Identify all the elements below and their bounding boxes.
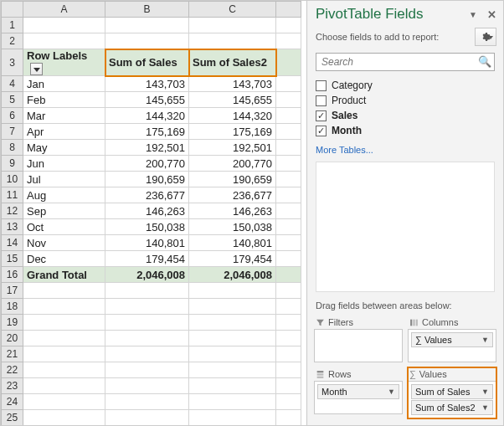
row-header[interactable]: 18 — [2, 299, 23, 315]
pivot-value[interactable]: 145,655 — [189, 92, 276, 108]
row-header[interactable]: 15 — [2, 251, 23, 267]
field-list-empty-area[interactable] — [316, 162, 495, 292]
field-category[interactable]: Category — [316, 78, 495, 93]
pivot-row-label[interactable]: Sep — [23, 203, 105, 219]
pivot-row-labels-header[interactable]: Row Labels — [23, 49, 105, 76]
pivot-value[interactable]: 200,770 — [189, 156, 276, 172]
pivot-value[interactable]: 143,703 — [189, 76, 276, 92]
grand-total-v1[interactable]: 2,046,008 — [105, 267, 189, 283]
values-chip[interactable]: Sum of Sales2▼ — [411, 400, 493, 415]
pivot-value[interactable]: 150,038 — [105, 219, 189, 235]
values-dropzone[interactable]: Sum of Sales▼Sum of Sales2▼ — [408, 381, 496, 418]
row-header[interactable]: 17 — [2, 283, 23, 299]
spreadsheet-area[interactable]: A B C 1 2 3 Row Labels Sum of Sales Sum … — [1, 1, 306, 425]
field-product[interactable]: Product — [316, 93, 495, 108]
pivot-row-label[interactable]: Jun — [23, 156, 105, 172]
row-header[interactable]: 24 — [2, 394, 23, 410]
pivot-value[interactable]: 150,038 — [189, 219, 276, 235]
close-icon[interactable]: ✕ — [487, 8, 496, 21]
rows-chip[interactable]: Month▼ — [317, 384, 399, 399]
pivot-col-header-2[interactable]: Sum of Sales2 — [189, 49, 276, 76]
row-header[interactable]: 5 — [2, 92, 23, 108]
pivot-value[interactable]: 144,320 — [105, 108, 189, 124]
pivot-row-label[interactable]: Feb — [23, 92, 105, 108]
col-header-C[interactable]: C — [189, 2, 276, 18]
row-header[interactable]: 12 — [2, 203, 23, 219]
row-header[interactable]: 23 — [2, 378, 23, 394]
columns-chip[interactable]: ∑ Values▼ — [411, 332, 493, 347]
row-header[interactable]: 2 — [2, 33, 23, 49]
pivot-value[interactable]: 236,677 — [189, 187, 276, 203]
col-header-B[interactable]: B — [105, 2, 189, 18]
pivot-value[interactable]: 192,501 — [189, 140, 276, 156]
chevron-down-icon[interactable]: ▼ — [481, 403, 489, 412]
chevron-down-icon[interactable]: ▼ — [388, 388, 395, 396]
search-input[interactable] — [316, 53, 495, 71]
row-header[interactable]: 22 — [2, 362, 23, 378]
pivot-col-header-1[interactable]: Sum of Sales — [105, 49, 189, 76]
pivot-value[interactable]: 192,501 — [105, 140, 189, 156]
pivot-row-label[interactable]: May — [23, 140, 105, 156]
pivot-value[interactable]: 175,169 — [189, 124, 276, 140]
row-header[interactable]: 3 — [2, 49, 23, 76]
pivot-value[interactable]: 140,801 — [105, 235, 189, 251]
row-labels-dropdown-icon[interactable] — [30, 63, 43, 75]
field-sales[interactable]: Sales — [316, 108, 495, 123]
row-header[interactable]: 21 — [2, 346, 23, 362]
checkbox-icon[interactable] — [316, 126, 327, 136]
pivot-row-label[interactable]: Apr — [23, 124, 105, 140]
pivot-row-label[interactable]: Oct — [23, 219, 105, 235]
grand-total-v2[interactable]: 2,046,008 — [189, 267, 276, 283]
pivot-value[interactable]: 179,454 — [105, 251, 189, 267]
gear-icon[interactable] — [475, 28, 496, 46]
pivot-value[interactable]: 200,770 — [105, 156, 189, 172]
row-header[interactable]: 7 — [2, 124, 23, 140]
pane-menu-icon[interactable]: ▼ — [469, 10, 477, 19]
row-header[interactable]: 25 — [2, 410, 23, 425]
pivot-row-label[interactable]: Jul — [23, 172, 105, 187]
pivot-row-label[interactable]: Aug — [23, 187, 105, 203]
pivot-value[interactable]: 236,677 — [105, 187, 189, 203]
columns-dropzone[interactable]: ∑ Values▼ — [408, 329, 496, 362]
row-header[interactable]: 6 — [2, 108, 23, 124]
row-header[interactable]: 20 — [2, 331, 23, 346]
pivot-value[interactable]: 146,263 — [189, 203, 276, 219]
pivot-row-label[interactable]: Nov — [23, 235, 105, 251]
pivot-row-label[interactable]: Dec — [23, 251, 105, 267]
checkbox-icon[interactable] — [316, 80, 327, 91]
more-tables-link[interactable]: More Tables... — [307, 141, 503, 162]
row-header[interactable]: 19 — [2, 315, 23, 331]
row-header[interactable]: 11 — [2, 187, 23, 203]
row-header[interactable]: 10 — [2, 172, 23, 187]
row-header[interactable]: 9 — [2, 156, 23, 172]
row-header[interactable]: 13 — [2, 219, 23, 235]
pivot-value[interactable]: 140,801 — [189, 235, 276, 251]
row-header[interactable]: 1 — [2, 18, 23, 33]
col-header-A[interactable]: A — [23, 2, 105, 18]
chevron-down-icon[interactable]: ▼ — [481, 336, 489, 344]
pivot-value[interactable]: 144,320 — [189, 108, 276, 124]
chevron-down-icon[interactable]: ▼ — [481, 388, 489, 396]
field-month[interactable]: Month — [316, 123, 495, 138]
pivot-value[interactable]: 179,454 — [189, 251, 276, 267]
row-header[interactable]: 8 — [2, 140, 23, 156]
filters-dropzone[interactable] — [314, 329, 403, 362]
checkbox-icon[interactable] — [316, 95, 327, 106]
search-icon[interactable]: 🔍 — [478, 55, 491, 68]
pivot-value[interactable]: 190,659 — [105, 172, 189, 187]
pivot-value[interactable]: 145,655 — [105, 92, 189, 108]
pivot-value[interactable]: 175,169 — [105, 124, 189, 140]
pivot-row-label[interactable]: Jan — [23, 76, 105, 92]
row-header[interactable]: 4 — [2, 76, 23, 92]
rows-dropzone[interactable]: Month▼ — [314, 381, 403, 414]
select-all-cell[interactable] — [2, 2, 23, 18]
col-header-empty[interactable] — [276, 2, 301, 18]
values-chip[interactable]: Sum of Sales▼ — [411, 384, 493, 399]
pivot-value[interactable]: 190,659 — [189, 172, 276, 187]
grand-total-label[interactable]: Grand Total — [23, 267, 105, 283]
row-header[interactable]: 14 — [2, 235, 23, 251]
pivot-value[interactable]: 146,263 — [105, 203, 189, 219]
pivot-value[interactable]: 143,703 — [105, 76, 189, 92]
pivot-row-label[interactable]: Mar — [23, 108, 105, 124]
checkbox-icon[interactable] — [316, 110, 327, 121]
